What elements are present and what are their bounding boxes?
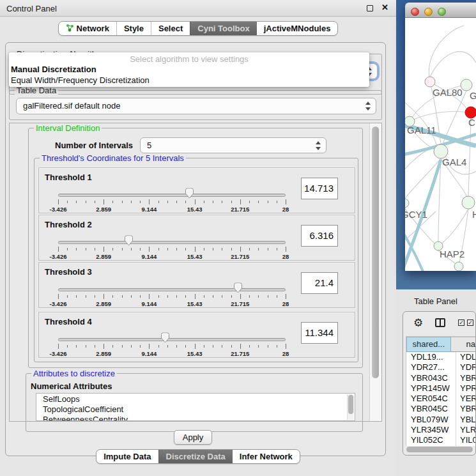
list-item[interactable]: SelfLoops — [36, 394, 355, 404]
slider-track[interactable] — [58, 338, 286, 341]
slider-tick — [58, 344, 59, 349]
network-window-titlebar[interactable] — [405, 3, 476, 18]
tab-discretize-data[interactable]: Discretize Data — [158, 450, 233, 463]
slider-ticks — [58, 344, 286, 349]
network-node[interactable] — [425, 77, 435, 87]
cell-name: YDR2 — [456, 362, 475, 372]
slider-tick — [76, 201, 77, 203]
slider-tick — [149, 247, 150, 252]
tab-impute-data[interactable]: Impute Data — [96, 450, 158, 463]
table-row[interactable]: YLR345WYLR3 — [406, 425, 475, 435]
threshold-value-field[interactable]: 6.316 — [301, 225, 338, 247]
slider-tick — [204, 295, 204, 298]
table-row[interactable]: YPR145WYPR1 — [406, 383, 475, 394]
cell-name: YLR3 — [456, 425, 475, 435]
control-panel-tabbar: NetworkStyleSelectCyni ToolboxjActiveMNo… — [0, 21, 396, 36]
attributes-listbox[interactable]: SelfLoopsTopologicalCoefficientBetweenne… — [36, 393, 355, 421]
network-view-window[interactable]: GAL80GACGAL11GAL4GCY1HHAP2 — [405, 3, 476, 271]
checkbox-icon[interactable]: ✓ — [458, 319, 464, 326]
table-data-combobox[interactable]: galFiltered.sif default node — [16, 98, 376, 114]
list-item[interactable]: BetweennessCentrality — [36, 414, 355, 421]
checkbox-icon[interactable]: ✓ — [467, 319, 473, 326]
zoom-traffic-light-icon[interactable] — [438, 8, 446, 16]
slider-tick — [140, 248, 141, 250]
network-node[interactable] — [405, 199, 409, 208]
tab-jactivemnodules[interactable]: jActiveMNodules — [257, 22, 338, 35]
slider-tick — [204, 345, 204, 348]
combo-stepper-icon — [365, 101, 371, 111]
network-node[interactable] — [462, 196, 475, 209]
network-canvas[interactable]: GAL80GACGAL11GAL4GCY1HHAP2 — [405, 18, 476, 271]
table-row[interactable]: YBR045CYBR0 — [406, 404, 475, 414]
list-item[interactable]: TopologicalCoefficient — [36, 404, 355, 414]
slider-thumb[interactable] — [124, 235, 134, 246]
control-panel-titlebar: Control Panel ✕ — [0, 0, 396, 17]
vertical-scrollbar-thumb[interactable] — [372, 127, 379, 378]
slider-thumb[interactable] — [233, 282, 243, 293]
threshold-panel-3: Threshold 3-3.4262.8599.14415.4321.71528… — [38, 262, 355, 308]
slider-tick — [158, 201, 159, 203]
tab-select[interactable]: Select — [151, 22, 190, 35]
combo-stepper-icon — [315, 141, 321, 151]
slider-thumb[interactable] — [185, 188, 194, 199]
close-icon[interactable]: ✕ — [381, 3, 388, 12]
table-row[interactable]: YBL079WYBL0 — [406, 415, 475, 425]
list-scrollbar-track[interactable] — [347, 394, 354, 420]
threshold-value-field[interactable]: 21.4 — [301, 272, 338, 294]
table-row[interactable]: YDR27...YDR2 — [406, 362, 475, 372]
slider-track[interactable] — [58, 194, 286, 197]
slider-tick — [140, 201, 141, 203]
slider-tick — [213, 248, 213, 250]
network-node[interactable] — [461, 79, 472, 91]
list-scrollbar-thumb[interactable] — [348, 395, 353, 414]
cell-name: YER0 — [456, 394, 475, 404]
slider-tick-label: 28 — [282, 206, 289, 213]
slider-tick — [131, 345, 132, 348]
threshold-value-field[interactable]: 14.713 — [301, 178, 338, 199]
tab-network[interactable]: Network — [59, 22, 116, 35]
threshold-label: Threshold 3 — [45, 267, 92, 277]
network-node[interactable] — [454, 262, 463, 271]
close-traffic-light-icon[interactable] — [411, 8, 419, 16]
network-desktop: GAL80GACGAL11GAL4GCY1HHAP2 — [396, 0, 476, 289]
minimize-traffic-light-icon[interactable] — [424, 8, 433, 16]
bottom-tabbar: Impute DataDiscretize DataInfer Network — [0, 449, 396, 464]
apply-button[interactable]: Apply — [174, 430, 212, 445]
table-row[interactable]: YDL19...YDL1 — [406, 352, 475, 362]
num-intervals-combobox[interactable]: 5 — [140, 137, 326, 153]
horizontal-scrollbar-track[interactable] — [406, 446, 474, 453]
cell-name: YIL0 — [456, 435, 475, 445]
slider-tick — [95, 295, 95, 298]
threshold-panel-1: Threshold 1-3.4262.8599.14415.4321.71528… — [38, 167, 355, 213]
horizontal-scrollbar-thumb[interactable] — [406, 447, 473, 452]
table-row[interactable]: YBR043CYBR0 — [406, 373, 475, 383]
column-header-name[interactable]: na — [451, 337, 475, 352]
cell-shared-name: YPR145W — [406, 383, 456, 394]
dropdown-option-equal-width[interactable]: Equal Width/Frequency Discretization — [11, 75, 367, 85]
table-row[interactable]: YER054CYER0 — [406, 394, 475, 404]
table-row[interactable]: YIL052CYIL0 — [406, 435, 475, 445]
float-window-icon[interactable] — [367, 5, 373, 12]
gear-icon[interactable]: ⚙ — [413, 316, 423, 330]
slider-tick — [112, 295, 113, 298]
table-data-group-title: Table Data — [15, 86, 58, 95]
split-columns-icon[interactable] — [435, 318, 445, 327]
slider-tick — [240, 344, 241, 349]
slider-thumb[interactable] — [160, 332, 170, 343]
slider-tick — [158, 295, 159, 298]
slider-track[interactable] — [58, 241, 286, 244]
slider-track[interactable] — [58, 288, 286, 291]
slider-tick-label: 15.43 — [187, 300, 203, 307]
slider-tick-labels: -3.4262.8599.14415.4321.71528 — [58, 350, 286, 357]
column-header-shared-name[interactable]: shared... — [406, 337, 451, 352]
threshold-value-field[interactable]: 11.344 — [301, 322, 338, 344]
top-tabs: NetworkStyleSelectCyni ToolboxjActiveMNo… — [58, 21, 339, 36]
slider-tick — [76, 248, 77, 250]
tab-infer-network[interactable]: Infer Network — [233, 450, 300, 463]
slider-tick-label: 21.715 — [231, 206, 249, 213]
slider-tick — [95, 248, 95, 250]
tab-style[interactable]: Style — [116, 22, 151, 35]
attributes-group: Attributes to discretize Numerical Attri… — [26, 373, 363, 432]
tab-cyni-toolbox[interactable]: Cyni Toolbox — [190, 22, 256, 35]
dropdown-option-manual[interactable]: Manual Discretization — [11, 65, 367, 74]
